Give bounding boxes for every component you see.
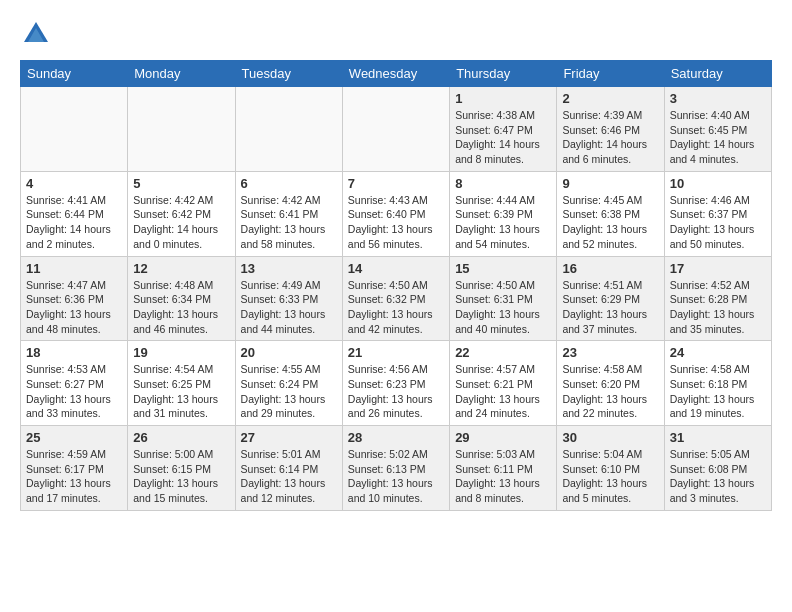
day-cell: 12Sunrise: 4:48 AM Sunset: 6:34 PM Dayli… [128, 256, 235, 341]
col-header-friday: Friday [557, 61, 664, 87]
day-number: 21 [348, 345, 444, 360]
day-number: 16 [562, 261, 658, 276]
day-number: 9 [562, 176, 658, 191]
day-cell: 6Sunrise: 4:42 AM Sunset: 6:41 PM Daylig… [235, 171, 342, 256]
day-info: Sunrise: 4:59 AM Sunset: 6:17 PM Dayligh… [26, 447, 122, 506]
day-number: 30 [562, 430, 658, 445]
day-number: 4 [26, 176, 122, 191]
day-number: 29 [455, 430, 551, 445]
day-number: 14 [348, 261, 444, 276]
col-header-tuesday: Tuesday [235, 61, 342, 87]
day-number: 3 [670, 91, 766, 106]
day-info: Sunrise: 5:01 AM Sunset: 6:14 PM Dayligh… [241, 447, 337, 506]
day-cell: 23Sunrise: 4:58 AM Sunset: 6:20 PM Dayli… [557, 341, 664, 426]
day-cell [235, 87, 342, 172]
day-cell: 2Sunrise: 4:39 AM Sunset: 6:46 PM Daylig… [557, 87, 664, 172]
week-row-4: 25Sunrise: 4:59 AM Sunset: 6:17 PM Dayli… [21, 426, 772, 511]
day-info: Sunrise: 4:58 AM Sunset: 6:20 PM Dayligh… [562, 362, 658, 421]
day-info: Sunrise: 5:04 AM Sunset: 6:10 PM Dayligh… [562, 447, 658, 506]
day-info: Sunrise: 4:45 AM Sunset: 6:38 PM Dayligh… [562, 193, 658, 252]
day-number: 26 [133, 430, 229, 445]
week-row-3: 18Sunrise: 4:53 AM Sunset: 6:27 PM Dayli… [21, 341, 772, 426]
header [20, 20, 772, 48]
day-number: 13 [241, 261, 337, 276]
day-number: 27 [241, 430, 337, 445]
day-info: Sunrise: 4:44 AM Sunset: 6:39 PM Dayligh… [455, 193, 551, 252]
day-info: Sunrise: 4:53 AM Sunset: 6:27 PM Dayligh… [26, 362, 122, 421]
day-cell: 17Sunrise: 4:52 AM Sunset: 6:28 PM Dayli… [664, 256, 771, 341]
day-cell: 28Sunrise: 5:02 AM Sunset: 6:13 PM Dayli… [342, 426, 449, 511]
page-container: SundayMondayTuesdayWednesdayThursdayFrid… [0, 0, 792, 521]
day-info: Sunrise: 5:00 AM Sunset: 6:15 PM Dayligh… [133, 447, 229, 506]
day-cell: 26Sunrise: 5:00 AM Sunset: 6:15 PM Dayli… [128, 426, 235, 511]
day-info: Sunrise: 5:02 AM Sunset: 6:13 PM Dayligh… [348, 447, 444, 506]
day-number: 17 [670, 261, 766, 276]
day-info: Sunrise: 4:41 AM Sunset: 6:44 PM Dayligh… [26, 193, 122, 252]
day-info: Sunrise: 4:51 AM Sunset: 6:29 PM Dayligh… [562, 278, 658, 337]
day-cell [342, 87, 449, 172]
day-number: 8 [455, 176, 551, 191]
day-cell: 4Sunrise: 4:41 AM Sunset: 6:44 PM Daylig… [21, 171, 128, 256]
day-info: Sunrise: 4:46 AM Sunset: 6:37 PM Dayligh… [670, 193, 766, 252]
day-number: 12 [133, 261, 229, 276]
day-cell: 24Sunrise: 4:58 AM Sunset: 6:18 PM Dayli… [664, 341, 771, 426]
day-cell: 20Sunrise: 4:55 AM Sunset: 6:24 PM Dayli… [235, 341, 342, 426]
day-info: Sunrise: 4:39 AM Sunset: 6:46 PM Dayligh… [562, 108, 658, 167]
day-cell: 3Sunrise: 4:40 AM Sunset: 6:45 PM Daylig… [664, 87, 771, 172]
day-cell [128, 87, 235, 172]
day-cell: 21Sunrise: 4:56 AM Sunset: 6:23 PM Dayli… [342, 341, 449, 426]
day-info: Sunrise: 4:50 AM Sunset: 6:31 PM Dayligh… [455, 278, 551, 337]
day-cell: 7Sunrise: 4:43 AM Sunset: 6:40 PM Daylig… [342, 171, 449, 256]
day-number: 18 [26, 345, 122, 360]
day-number: 15 [455, 261, 551, 276]
day-cell: 18Sunrise: 4:53 AM Sunset: 6:27 PM Dayli… [21, 341, 128, 426]
day-cell: 8Sunrise: 4:44 AM Sunset: 6:39 PM Daylig… [450, 171, 557, 256]
week-row-2: 11Sunrise: 4:47 AM Sunset: 6:36 PM Dayli… [21, 256, 772, 341]
day-number: 11 [26, 261, 122, 276]
day-cell: 25Sunrise: 4:59 AM Sunset: 6:17 PM Dayli… [21, 426, 128, 511]
day-info: Sunrise: 4:42 AM Sunset: 6:41 PM Dayligh… [241, 193, 337, 252]
day-number: 24 [670, 345, 766, 360]
day-info: Sunrise: 4:47 AM Sunset: 6:36 PM Dayligh… [26, 278, 122, 337]
col-header-wednesday: Wednesday [342, 61, 449, 87]
logo-icon [22, 20, 50, 48]
day-cell [21, 87, 128, 172]
day-cell: 16Sunrise: 4:51 AM Sunset: 6:29 PM Dayli… [557, 256, 664, 341]
col-header-thursday: Thursday [450, 61, 557, 87]
day-info: Sunrise: 4:38 AM Sunset: 6:47 PM Dayligh… [455, 108, 551, 167]
col-header-monday: Monday [128, 61, 235, 87]
col-header-sunday: Sunday [21, 61, 128, 87]
day-cell: 1Sunrise: 4:38 AM Sunset: 6:47 PM Daylig… [450, 87, 557, 172]
day-info: Sunrise: 4:58 AM Sunset: 6:18 PM Dayligh… [670, 362, 766, 421]
day-info: Sunrise: 5:03 AM Sunset: 6:11 PM Dayligh… [455, 447, 551, 506]
day-cell: 27Sunrise: 5:01 AM Sunset: 6:14 PM Dayli… [235, 426, 342, 511]
day-number: 28 [348, 430, 444, 445]
day-cell: 31Sunrise: 5:05 AM Sunset: 6:08 PM Dayli… [664, 426, 771, 511]
day-cell: 5Sunrise: 4:42 AM Sunset: 6:42 PM Daylig… [128, 171, 235, 256]
day-number: 10 [670, 176, 766, 191]
day-info: Sunrise: 4:55 AM Sunset: 6:24 PM Dayligh… [241, 362, 337, 421]
day-number: 31 [670, 430, 766, 445]
logo [20, 20, 50, 48]
day-cell: 9Sunrise: 4:45 AM Sunset: 6:38 PM Daylig… [557, 171, 664, 256]
day-info: Sunrise: 4:49 AM Sunset: 6:33 PM Dayligh… [241, 278, 337, 337]
day-number: 22 [455, 345, 551, 360]
day-info: Sunrise: 4:43 AM Sunset: 6:40 PM Dayligh… [348, 193, 444, 252]
day-info: Sunrise: 5:05 AM Sunset: 6:08 PM Dayligh… [670, 447, 766, 506]
day-info: Sunrise: 4:40 AM Sunset: 6:45 PM Dayligh… [670, 108, 766, 167]
day-cell: 13Sunrise: 4:49 AM Sunset: 6:33 PM Dayli… [235, 256, 342, 341]
day-cell: 14Sunrise: 4:50 AM Sunset: 6:32 PM Dayli… [342, 256, 449, 341]
day-info: Sunrise: 4:50 AM Sunset: 6:32 PM Dayligh… [348, 278, 444, 337]
day-number: 5 [133, 176, 229, 191]
day-number: 2 [562, 91, 658, 106]
day-number: 19 [133, 345, 229, 360]
week-row-0: 1Sunrise: 4:38 AM Sunset: 6:47 PM Daylig… [21, 87, 772, 172]
day-info: Sunrise: 4:48 AM Sunset: 6:34 PM Dayligh… [133, 278, 229, 337]
day-info: Sunrise: 4:56 AM Sunset: 6:23 PM Dayligh… [348, 362, 444, 421]
day-cell: 15Sunrise: 4:50 AM Sunset: 6:31 PM Dayli… [450, 256, 557, 341]
col-header-saturday: Saturday [664, 61, 771, 87]
day-info: Sunrise: 4:57 AM Sunset: 6:21 PM Dayligh… [455, 362, 551, 421]
day-number: 25 [26, 430, 122, 445]
day-cell: 11Sunrise: 4:47 AM Sunset: 6:36 PM Dayli… [21, 256, 128, 341]
day-number: 23 [562, 345, 658, 360]
